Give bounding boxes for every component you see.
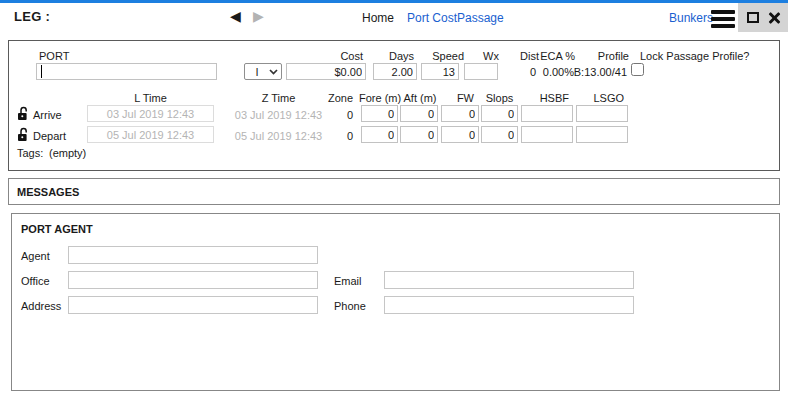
port-column-header: PORT (39, 50, 69, 62)
tags-link[interactable]: Tags: (17, 147, 43, 159)
speed-input[interactable] (421, 63, 459, 80)
address-label: Address (21, 300, 61, 312)
arrive-unlock-icon[interactable] (17, 106, 30, 121)
depart-aft-input[interactable] (400, 126, 438, 143)
arrive-aft-input[interactable] (400, 105, 438, 122)
leg-window: LEG : ◀ ▶ Home Port Cost Passage Bunkers… (0, 0, 788, 405)
depart-slops-input[interactable] (481, 126, 518, 143)
fw-column-header: FW (441, 92, 479, 104)
speed-link[interactable]: Speed (421, 50, 467, 62)
port-agent-panel: PORT AGENT Agent Office Email Address Ph… (11, 213, 780, 391)
depart-hsbf-input[interactable] (521, 126, 573, 143)
email-label: Email (334, 275, 362, 287)
messages-title: MESSAGES (17, 186, 79, 198)
arrive-fore-input[interactable] (361, 105, 398, 122)
arrive-hsbf-input[interactable] (521, 105, 573, 122)
depart-z-time-value: 05 Jul 2019 12:43 (231, 130, 326, 142)
depart-unlock-icon[interactable] (17, 127, 30, 142)
leg-type-select[interactable]: I (244, 63, 282, 80)
menu-icon[interactable] (711, 10, 735, 28)
next-leg-icon[interactable]: ▶ (253, 9, 264, 23)
leg-details-panel: PORT Cost Days Speed Wx Dist ECA % Profi… (8, 40, 780, 171)
depart-fore-input[interactable] (361, 126, 398, 143)
arrive-slops-input[interactable] (481, 105, 518, 122)
email-input[interactable] (384, 271, 634, 289)
arrive-l-time-input[interactable] (87, 105, 214, 122)
arrive-z-time-value: 03 Jul 2019 12:43 (231, 109, 326, 121)
l-time-column-header: L Time (87, 92, 214, 104)
lock-passage-profile-label: Lock Passage Profile? (640, 50, 749, 62)
aft-column-header: Aft (m) (400, 92, 440, 104)
lock-passage-profile-checkbox[interactable] (631, 63, 644, 76)
depart-lsgo-input[interactable] (576, 126, 628, 143)
wx-input[interactable] (464, 63, 498, 80)
depart-l-time-input[interactable] (87, 126, 214, 143)
hsbf-column-header: HSBF (521, 92, 573, 104)
profile-column-header: Profile (568, 50, 632, 62)
profile-value: B:13.00/41 (568, 66, 630, 78)
phone-input[interactable] (384, 296, 634, 314)
cost-column-header: Cost (286, 50, 366, 62)
messages-panel: MESSAGES (8, 178, 780, 205)
fore-column-header: Fore (m) (359, 92, 396, 104)
maximize-icon[interactable] (747, 12, 759, 23)
arrive-row-label: Arrive (33, 109, 62, 121)
previous-leg-icon[interactable]: ◀ (230, 9, 241, 23)
arrive-fw-input[interactable] (441, 105, 479, 122)
page-title: LEG : (14, 9, 50, 24)
tags-value: (empty) (49, 147, 86, 159)
office-label: Office (21, 275, 50, 287)
cost-input[interactable] (286, 63, 366, 80)
nav-port-cost-link[interactable]: Port Cost (407, 11, 457, 25)
depart-fw-input[interactable] (441, 126, 479, 143)
days-column-header: Days (373, 50, 417, 62)
office-input[interactable] (68, 271, 318, 289)
days-input[interactable] (373, 63, 417, 80)
dist-column-header: Dist (514, 50, 542, 62)
window-controls (738, 3, 788, 32)
wx-column-header: Wx (464, 50, 502, 62)
depart-zone-value: 0 (327, 130, 356, 142)
nav-passage-link[interactable]: Passage (457, 11, 504, 25)
arrive-lsgo-input[interactable] (576, 105, 628, 122)
arrive-zone-value: 0 (327, 109, 356, 121)
address-input[interactable] (68, 296, 318, 314)
agent-label: Agent (21, 250, 50, 262)
titlebar: LEG : ◀ ▶ Home Port Cost Passage Bunkers (0, 3, 788, 36)
phone-label: Phone (334, 300, 366, 312)
zone-column-header: Zone (327, 92, 356, 104)
close-icon[interactable] (768, 12, 780, 24)
slops-column-header: Slops (481, 92, 518, 104)
text-cursor (41, 65, 42, 78)
leg-type-value: I (245, 66, 269, 78)
agent-input[interactable] (68, 246, 318, 264)
z-time-column-header: Z Time (231, 92, 326, 104)
port-input[interactable] (36, 63, 217, 80)
nav-home-link[interactable]: Home (362, 11, 394, 25)
nav-bunkers-link[interactable]: Bunkers (669, 11, 713, 25)
dist-value: 0 (509, 66, 539, 78)
lsgo-column-header: LSGO (576, 92, 628, 104)
port-agent-title: PORT AGENT (21, 223, 93, 235)
depart-row-label: Depart (33, 130, 66, 142)
chevron-down-icon (269, 69, 278, 75)
